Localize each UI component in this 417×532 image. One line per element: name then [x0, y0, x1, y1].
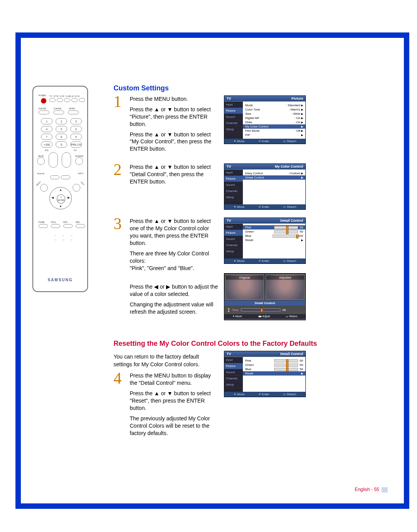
- osd-nav-sound: Sound: [224, 182, 243, 188]
- osd-nav-channel: Channel: [224, 188, 243, 194]
- number-pad: 123456789+1000PRE-CH: [41, 118, 82, 148]
- osd-nav-picture: Picture: [224, 108, 243, 114]
- nav-ring[interactable]: ▲ ▼ ◀ ▶ ⏎ENTER: [49, 187, 72, 209]
- bottom-buttons: [39, 224, 85, 228]
- adjusted-preview: Adjusted: [266, 274, 305, 300]
- step-1: 1 Press the MENU button. Press the ▲ or …: [114, 95, 364, 156]
- num-0-button[interactable]: 0: [56, 141, 67, 148]
- step-number: 4: [114, 372, 124, 384]
- stb-button[interactable]: [57, 98, 63, 102]
- pmode-button[interactable]: [39, 110, 49, 114]
- instructions-column: Custom Settings 1 Press the MENU button.…: [114, 84, 364, 440]
- osd-adjust-preview: Original Adjusted Detail Control ▲▼ Pink…: [224, 273, 306, 320]
- enter-button[interactable]: ⏎ENTER: [57, 194, 65, 204]
- num-8-button[interactable]: 8: [56, 134, 67, 140]
- osd-row: Reset ▶: [245, 238, 303, 242]
- osd-nav-channel: Channel: [224, 120, 243, 126]
- info-button[interactable]: [61, 175, 70, 179]
- osd-row: Easy Control: Custom ▶: [245, 171, 303, 175]
- osd-nav-picture: Picture: [224, 176, 243, 182]
- smode-button[interactable]: [53, 110, 64, 114]
- osd-nav-channel: Channel: [224, 242, 243, 248]
- right-arrow-icon[interactable]: ▶: [68, 196, 70, 199]
- section-title-reset: Resetting the My Color Control Colors to…: [114, 340, 364, 348]
- adjust-color-name: Pink: [232, 308, 239, 312]
- exit-button[interactable]: [73, 184, 80, 192]
- device-labels: TV STB VCR CABLE DVD: [49, 95, 80, 97]
- anynet-button[interactable]: [50, 175, 59, 179]
- cable-button[interactable]: [71, 98, 78, 102]
- osd-row: Blue50: [245, 367, 303, 371]
- mode-labels: P.MODES.MODEMODE: [39, 107, 75, 110]
- num-7-button[interactable]: 7: [41, 134, 53, 140]
- num-4-button[interactable]: 4: [41, 126, 53, 132]
- vol-ch-row: MUTE SOURCE: [37, 152, 83, 168]
- reset-block: You can return to the factory default se…: [114, 351, 364, 440]
- section-title-custom: Custom Settings: [114, 84, 364, 92]
- osd-row: Mode: Standard ▶: [245, 103, 303, 107]
- osd-row: Size: Wide ▶: [245, 112, 303, 116]
- osd-nav-setup: Setup: [224, 126, 243, 133]
- mute-button[interactable]: [37, 157, 45, 165]
- mode-button[interactable]: [68, 110, 79, 114]
- still-button[interactable]: [51, 224, 60, 228]
- psize-button[interactable]: [39, 224, 48, 228]
- original-preview: Original: [225, 274, 264, 300]
- remote-column: POWER TV STB VCR CABLE DVD P.MODES.MODEM…: [32, 84, 98, 440]
- osd-row: Color Tone: Warm1 ▶: [245, 107, 303, 112]
- exit-label: EXIT: [80, 181, 85, 186]
- preview-slider-row: ▲▼ Pink 50: [224, 306, 305, 314]
- step3-osds: TVDetail Control InputPictureSoundChanne…: [224, 218, 306, 320]
- osd-detail-menu: TVDetail Control InputPictureSoundChanne…: [224, 218, 306, 264]
- reset-intro: You can return to the factory default se…: [114, 353, 202, 368]
- source-label: SOURCE: [75, 155, 83, 157]
- page-number: English - 55: [355, 487, 388, 493]
- osd-nav-input: Input: [224, 170, 243, 176]
- tv-button[interactable]: [49, 98, 56, 102]
- num-2-button[interactable]: 2: [56, 118, 67, 124]
- osd-row: PIP ▶: [245, 133, 303, 137]
- osd-row: My Color Control ▶: [243, 124, 305, 129]
- power-button[interactable]: [41, 98, 46, 104]
- remote-control: POWER TV STB VCR CABLE DVD P.MODES.MODEM…: [32, 86, 88, 292]
- adjust-value: 50: [283, 308, 286, 312]
- num-+100-button[interactable]: +100: [41, 141, 53, 148]
- step-3: 3 Press the ▲ or ▼ button to select one …: [114, 218, 364, 320]
- vcr-button[interactable]: [64, 98, 70, 102]
- up-arrow-icon[interactable]: ▲: [59, 188, 62, 192]
- num-PRE-CH-button[interactable]: PRE-CH: [70, 141, 82, 148]
- num-9-button[interactable]: 9: [70, 134, 82, 140]
- left-arrow-icon[interactable]: ◀: [51, 196, 54, 199]
- osd-mycolor-menu: TVMy Color Control InputPictureSoundChan…: [224, 163, 306, 210]
- step-number: 1: [114, 95, 124, 108]
- down-arrow-icon[interactable]: ▼: [59, 205, 62, 208]
- osd-nav-setup: Setup: [224, 194, 243, 201]
- power-label: POWER: [39, 94, 46, 97]
- num-6-button[interactable]: 6: [70, 126, 82, 132]
- mts-button[interactable]: [63, 224, 73, 228]
- bottom-labels: P.SIZESTILLMTSSRS: [39, 221, 86, 223]
- decorative-dots: ○ ○ ○○ ○ ○: [54, 233, 75, 242]
- content-area: POWER TV STB VCR CABLE DVD P.MODES.MODEM…: [21, 38, 404, 503]
- anynet-label: Anynet: [37, 172, 44, 175]
- srs-button[interactable]: [76, 224, 85, 228]
- menu-button[interactable]: [40, 184, 48, 192]
- osd-nav-picture: Picture: [224, 363, 243, 369]
- osd-nav-setup: Setup: [224, 382, 243, 388]
- num-5-button[interactable]: 5: [56, 126, 67, 132]
- osd-nav-sound: Sound: [224, 369, 243, 376]
- volume-rocker[interactable]: [49, 152, 58, 168]
- step-number: 2: [114, 163, 124, 176]
- step-text: Press the ▲ or ▼ button to select "Detai…: [130, 163, 219, 189]
- osd-row: Film Mode: Off ▶: [245, 129, 303, 133]
- channel-rocker[interactable]: [62, 152, 71, 168]
- brand-logo: SAMSUNG: [33, 278, 87, 282]
- dvd-button[interactable]: [79, 98, 85, 102]
- num-3-button[interactable]: 3: [70, 118, 82, 124]
- num-1-button[interactable]: 1: [41, 118, 53, 124]
- source-button[interactable]: [75, 157, 83, 165]
- mode-buttons: [39, 110, 79, 114]
- osd-row: DNIe: On ▶: [245, 120, 303, 124]
- osd-nav-sound: Sound: [224, 236, 243, 242]
- osd-row: Reset ▶: [243, 371, 305, 376]
